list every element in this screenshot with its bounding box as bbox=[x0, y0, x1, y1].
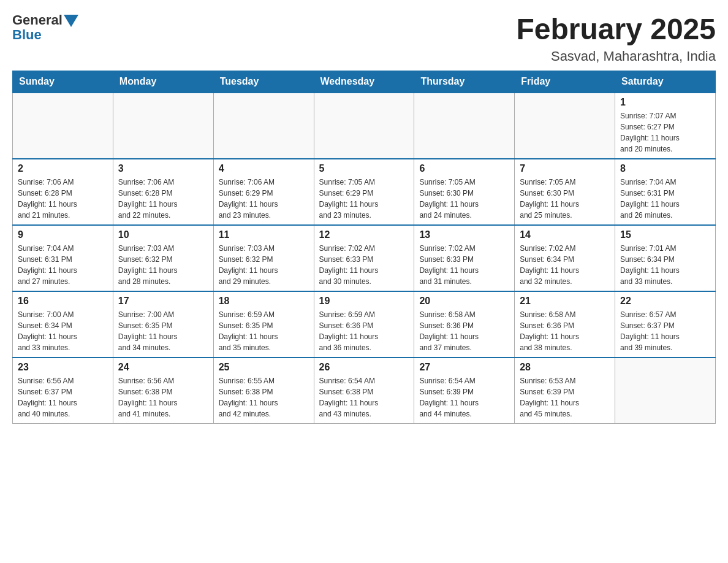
day-number: 25 bbox=[219, 362, 309, 373]
day-number: 1 bbox=[620, 97, 710, 108]
week-row-2: 2Sunrise: 7:06 AM Sunset: 6:28 PM Daylig… bbox=[13, 159, 716, 225]
day-info: Sunrise: 6:58 AM Sunset: 6:36 PM Dayligh… bbox=[419, 309, 509, 353]
day-info: Sunrise: 7:01 AM Sunset: 6:34 PM Dayligh… bbox=[620, 243, 710, 287]
calendar-cell: 19Sunrise: 6:59 AM Sunset: 6:36 PM Dayli… bbox=[314, 291, 414, 358]
day-info: Sunrise: 6:58 AM Sunset: 6:36 PM Dayligh… bbox=[520, 309, 610, 353]
calendar-cell: 4Sunrise: 7:06 AM Sunset: 6:29 PM Daylig… bbox=[213, 159, 314, 225]
logo: General Blue bbox=[12, 12, 78, 43]
day-info: Sunrise: 6:54 AM Sunset: 6:39 PM Dayligh… bbox=[419, 375, 509, 419]
day-number: 11 bbox=[219, 229, 309, 240]
day-info: Sunrise: 7:07 AM Sunset: 6:27 PM Dayligh… bbox=[620, 110, 710, 155]
day-info: Sunrise: 7:06 AM Sunset: 6:28 PM Dayligh… bbox=[118, 177, 208, 221]
calendar-cell: 10Sunrise: 7:03 AM Sunset: 6:32 PM Dayli… bbox=[113, 225, 213, 291]
logo-blue-text: Blue bbox=[12, 27, 42, 43]
calendar-cell: 20Sunrise: 6:58 AM Sunset: 6:36 PM Dayli… bbox=[414, 291, 515, 358]
title-section: February 2025 Sasvad, Maharashtra, India bbox=[516, 12, 716, 64]
calendar-cell: 1Sunrise: 7:07 AM Sunset: 6:27 PM Daylig… bbox=[615, 93, 716, 159]
day-info: Sunrise: 6:54 AM Sunset: 6:38 PM Dayligh… bbox=[319, 375, 409, 419]
calendar-cell: 16Sunrise: 7:00 AM Sunset: 6:34 PM Dayli… bbox=[13, 291, 113, 358]
calendar-cell: 24Sunrise: 6:56 AM Sunset: 6:38 PM Dayli… bbox=[113, 358, 213, 424]
day-number: 3 bbox=[118, 163, 208, 174]
day-info: Sunrise: 6:59 AM Sunset: 6:35 PM Dayligh… bbox=[219, 309, 309, 353]
calendar-cell: 13Sunrise: 7:02 AM Sunset: 6:33 PM Dayli… bbox=[414, 225, 515, 291]
calendar-cell: 8Sunrise: 7:04 AM Sunset: 6:31 PM Daylig… bbox=[615, 159, 716, 225]
calendar-cell: 2Sunrise: 7:06 AM Sunset: 6:28 PM Daylig… bbox=[13, 159, 113, 225]
day-number: 28 bbox=[520, 362, 610, 373]
day-number: 15 bbox=[620, 229, 710, 240]
location-title: Sasvad, Maharashtra, India bbox=[516, 48, 716, 64]
calendar-cell: 27Sunrise: 6:54 AM Sunset: 6:39 PM Dayli… bbox=[414, 358, 515, 424]
day-info: Sunrise: 6:55 AM Sunset: 6:38 PM Dayligh… bbox=[219, 375, 309, 419]
day-info: Sunrise: 7:05 AM Sunset: 6:29 PM Dayligh… bbox=[319, 177, 409, 221]
day-number: 4 bbox=[219, 163, 309, 174]
day-number: 13 bbox=[419, 229, 509, 240]
day-info: Sunrise: 6:56 AM Sunset: 6:38 PM Dayligh… bbox=[118, 375, 208, 419]
calendar-cell bbox=[414, 93, 515, 159]
calendar-cell: 15Sunrise: 7:01 AM Sunset: 6:34 PM Dayli… bbox=[615, 225, 716, 291]
day-number: 10 bbox=[118, 229, 208, 240]
day-info: Sunrise: 7:04 AM Sunset: 6:31 PM Dayligh… bbox=[620, 177, 710, 221]
day-number: 6 bbox=[419, 163, 509, 174]
day-number: 16 bbox=[18, 296, 108, 307]
calendar-cell: 6Sunrise: 7:05 AM Sunset: 6:30 PM Daylig… bbox=[414, 159, 515, 225]
calendar-cell: 21Sunrise: 6:58 AM Sunset: 6:36 PM Dayli… bbox=[515, 291, 615, 358]
day-info: Sunrise: 7:02 AM Sunset: 6:33 PM Dayligh… bbox=[319, 243, 409, 287]
weekday-header-friday: Friday bbox=[515, 71, 615, 93]
weekday-header-monday: Monday bbox=[113, 71, 213, 93]
day-number: 8 bbox=[620, 163, 710, 174]
calendar-cell: 14Sunrise: 7:02 AM Sunset: 6:34 PM Dayli… bbox=[515, 225, 615, 291]
calendar-cell: 26Sunrise: 6:54 AM Sunset: 6:38 PM Dayli… bbox=[314, 358, 414, 424]
week-row-3: 9Sunrise: 7:04 AM Sunset: 6:31 PM Daylig… bbox=[13, 225, 716, 291]
day-number: 19 bbox=[319, 296, 409, 307]
day-info: Sunrise: 7:00 AM Sunset: 6:34 PM Dayligh… bbox=[18, 309, 108, 353]
day-number: 26 bbox=[319, 362, 409, 373]
weekday-header-wednesday: Wednesday bbox=[314, 71, 414, 93]
day-info: Sunrise: 6:59 AM Sunset: 6:36 PM Dayligh… bbox=[319, 309, 409, 353]
day-info: Sunrise: 7:02 AM Sunset: 6:34 PM Dayligh… bbox=[520, 243, 610, 287]
calendar-cell bbox=[615, 358, 716, 424]
logo-triangle-icon bbox=[64, 15, 78, 27]
day-number: 12 bbox=[319, 229, 409, 240]
day-number: 7 bbox=[520, 163, 610, 174]
day-number: 22 bbox=[620, 296, 710, 307]
day-info: Sunrise: 7:05 AM Sunset: 6:30 PM Dayligh… bbox=[419, 177, 509, 221]
day-number: 24 bbox=[118, 362, 208, 373]
calendar-cell: 17Sunrise: 7:00 AM Sunset: 6:35 PM Dayli… bbox=[113, 291, 213, 358]
calendar-cell: 12Sunrise: 7:02 AM Sunset: 6:33 PM Dayli… bbox=[314, 225, 414, 291]
day-info: Sunrise: 7:00 AM Sunset: 6:35 PM Dayligh… bbox=[118, 309, 208, 353]
logo-general-text: General bbox=[12, 12, 63, 28]
day-info: Sunrise: 7:03 AM Sunset: 6:32 PM Dayligh… bbox=[219, 243, 309, 287]
weekday-header-thursday: Thursday bbox=[414, 71, 515, 93]
calendar-cell: 7Sunrise: 7:05 AM Sunset: 6:30 PM Daylig… bbox=[515, 159, 615, 225]
day-info: Sunrise: 7:06 AM Sunset: 6:29 PM Dayligh… bbox=[219, 177, 309, 221]
day-info: Sunrise: 6:53 AM Sunset: 6:39 PM Dayligh… bbox=[520, 375, 610, 419]
day-number: 2 bbox=[18, 163, 108, 174]
day-number: 21 bbox=[520, 296, 610, 307]
calendar-cell bbox=[13, 93, 113, 159]
day-number: 17 bbox=[118, 296, 208, 307]
month-title: February 2025 bbox=[516, 12, 716, 46]
day-number: 14 bbox=[520, 229, 610, 240]
calendar-cell: 5Sunrise: 7:05 AM Sunset: 6:29 PM Daylig… bbox=[314, 159, 414, 225]
weekday-header-tuesday: Tuesday bbox=[213, 71, 314, 93]
calendar-cell: 23Sunrise: 6:56 AM Sunset: 6:37 PM Dayli… bbox=[13, 358, 113, 424]
calendar-cell bbox=[113, 93, 213, 159]
page-header: General Blue February 2025 Sasvad, Mahar… bbox=[12, 12, 716, 64]
day-info: Sunrise: 6:57 AM Sunset: 6:37 PM Dayligh… bbox=[620, 309, 710, 353]
day-info: Sunrise: 7:05 AM Sunset: 6:30 PM Dayligh… bbox=[520, 177, 610, 221]
day-number: 27 bbox=[419, 362, 509, 373]
day-number: 9 bbox=[18, 229, 108, 240]
calendar-cell: 28Sunrise: 6:53 AM Sunset: 6:39 PM Dayli… bbox=[515, 358, 615, 424]
weekday-header-saturday: Saturday bbox=[615, 71, 716, 93]
weekday-header-sunday: Sunday bbox=[13, 71, 113, 93]
day-info: Sunrise: 7:03 AM Sunset: 6:32 PM Dayligh… bbox=[118, 243, 208, 287]
day-info: Sunrise: 7:04 AM Sunset: 6:31 PM Dayligh… bbox=[18, 243, 108, 287]
calendar-cell: 3Sunrise: 7:06 AM Sunset: 6:28 PM Daylig… bbox=[113, 159, 213, 225]
day-info: Sunrise: 7:02 AM Sunset: 6:33 PM Dayligh… bbox=[419, 243, 509, 287]
calendar-table: SundayMondayTuesdayWednesdayThursdayFrid… bbox=[12, 71, 716, 424]
day-info: Sunrise: 6:56 AM Sunset: 6:37 PM Dayligh… bbox=[18, 375, 108, 419]
calendar-cell bbox=[314, 93, 414, 159]
calendar-cell bbox=[213, 93, 314, 159]
day-number: 23 bbox=[18, 362, 108, 373]
calendar-cell: 9Sunrise: 7:04 AM Sunset: 6:31 PM Daylig… bbox=[13, 225, 113, 291]
